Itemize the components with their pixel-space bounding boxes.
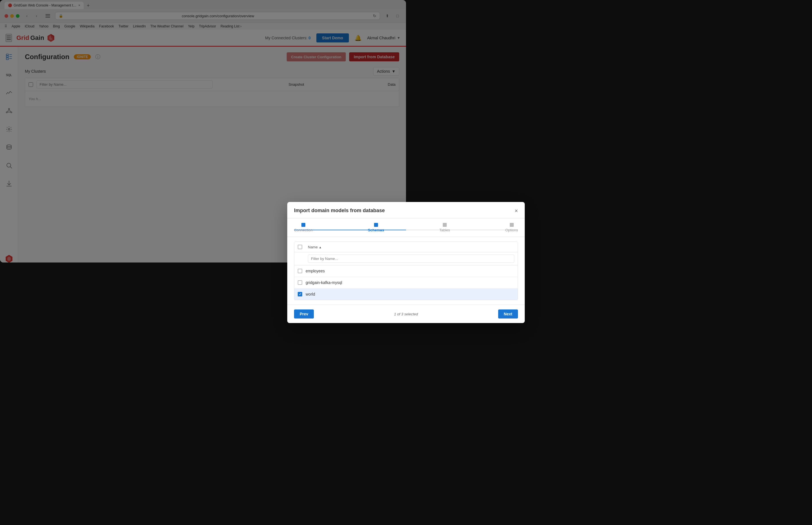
modal-overlay[interactable]: Import domain models from database × Con… [18,47,406,262]
modal-body: Name ▲ [287,237,406,262]
schemas-table-header: Name ▲ [294,242,406,252]
step-label-schemas: Schemas [368,228,384,232]
step-dot-schemas [374,223,378,227]
step-schemas: Schemas [368,223,384,232]
schemas-table: Name ▲ [294,242,406,262]
step-label-connection: Connection [294,228,313,232]
schema-filter-input[interactable] [308,255,406,262]
modal-header: Import domain models from database × [287,202,406,219]
modal-title: Import domain models from database [294,208,385,213]
schema-filter-row [294,252,406,262]
schemas-select-all-checkbox[interactable] [298,245,302,249]
page-content: Configuration IGNITE ⓘ Create Cluster Co… [18,47,406,262]
wizard-steps: Connection Schemas Tables [287,219,406,237]
schemas-name-col: Name ▲ [308,245,406,249]
step-connection: Connection [294,223,313,232]
steps-container: Connection Schemas Tables [294,223,406,232]
step-dot-connection [301,223,305,227]
sort-arrow-icon[interactable]: ▲ [319,245,322,249]
modal: Import domain models from database × Con… [287,202,406,262]
